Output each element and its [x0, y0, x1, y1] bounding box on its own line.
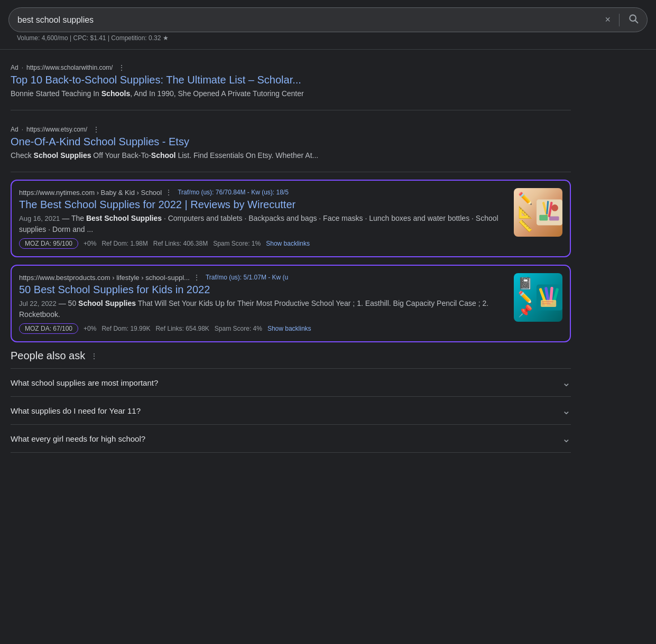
paa-item-2[interactable]: What supplies do I need for Year 11? ⌄: [11, 396, 571, 424]
organic-title-link-2[interactable]: 50 Best School Supplies for Kids in 2022: [19, 284, 506, 296]
ad-result-2: Ad · https://www.etsy.com/ ⋮ One-Of-A-Ki…: [11, 118, 571, 170]
svg-point-6: [551, 204, 558, 211]
search-clear-icon[interactable]: ×: [605, 14, 611, 25]
result-url-1: https://www.nytimes.com › Baby & Kid › S…: [19, 189, 162, 197]
organic-snippet-1: Aug 16, 2021 — The Best School Supplies …: [19, 213, 506, 235]
organic-result-2-text: https://www.bestproducts.com › lifestyle…: [19, 273, 506, 334]
ad-options-icon-2[interactable]: ⋮: [93, 125, 100, 134]
paa-question-2: What supplies do I need for Year 11?: [11, 406, 141, 415]
organic-result-2: https://www.bestproducts.com › lifestyle…: [11, 265, 571, 342]
ref-dom-1: Ref Dom: 1.98M: [101, 240, 147, 247]
result-meta-row-1: MOZ DA: 95/100 +0% Ref Dom: 1.98M Ref Li…: [19, 238, 506, 249]
content-area: Ad · https://www.scholarwithin.com/ ⋮ To…: [0, 52, 581, 457]
ad-url-1[interactable]: https://www.scholarwithin.com/: [26, 64, 113, 71]
divider-2: [11, 172, 571, 172]
organic-result-1: https://www.nytimes.com › Baby & Kid › S…: [11, 180, 571, 257]
svg-line-1: [635, 21, 638, 23]
paa-item-1[interactable]: What school supplies are most important?…: [11, 368, 571, 396]
ad-label-1: Ad: [11, 64, 19, 71]
paa-title: People also ask: [11, 350, 85, 362]
ad-options-icon-1[interactable]: ⋮: [118, 63, 125, 72]
result-thumbnail-2: [514, 273, 562, 322]
ref-links-2: Ref Links: 654.98K: [155, 325, 209, 332]
paa-header: People also ask ⋮: [11, 350, 571, 362]
ad-title-link-2[interactable]: One-Of-A-Kind School Supplies - Etsy: [11, 136, 571, 148]
ad-dot-separator-1: ·: [22, 64, 23, 71]
result-url-row-2: https://www.bestproducts.com › lifestyle…: [19, 273, 506, 282]
paa-question-3: What every girl needs for high school?: [11, 434, 145, 443]
search-bar: ×: [8, 7, 648, 32]
search-bar-container: × Volume: 4,600/mo | CPC: $1.41 | Compet…: [0, 0, 656, 50]
ad-label-row-2: Ad · https://www.etsy.com/ ⋮: [11, 125, 571, 134]
chevron-down-icon-3: ⌄: [562, 432, 571, 445]
chevron-down-icon-2: ⌄: [562, 404, 571, 417]
show-backlinks-1[interactable]: Show backlinks: [266, 240, 310, 247]
ref-dom-2: Ref Dom: 19.99K: [101, 325, 150, 332]
result-url-2: https://www.bestproducts.com › lifestyle…: [19, 274, 190, 282]
chevron-down-icon-1: ⌄: [562, 376, 571, 389]
svg-rect-15: [542, 301, 553, 302]
divider-1: [11, 110, 571, 110]
organic-title-link-1[interactable]: The Best School Supplies for 2022 | Revi…: [19, 199, 506, 211]
result-options-icon-1[interactable]: ⋮: [165, 188, 172, 197]
traf-info-2: Traf/mo (us): 5/1.07M - Kw (u: [206, 274, 288, 281]
paa-options-icon[interactable]: ⋮: [90, 352, 98, 360]
search-meta: Volume: 4,600/mo | CPC: $1.41 | Competit…: [8, 32, 648, 45]
result-url-row-1: https://www.nytimes.com › Baby & Kid › S…: [19, 188, 506, 197]
paa-item-3[interactable]: What every girl needs for high school? ⌄: [11, 424, 571, 453]
spam-score-1: Spam Score: 1%: [213, 240, 261, 247]
ad-dot-separator-2: ·: [22, 126, 23, 133]
people-also-ask-section: People also ask ⋮ What school supplies a…: [11, 350, 571, 453]
ad-snippet-1: Bonnie Started Teaching In Schools, And …: [11, 88, 571, 99]
search-input[interactable]: [17, 15, 605, 25]
show-backlinks-2[interactable]: Show backlinks: [267, 325, 311, 332]
search-divider: [619, 14, 620, 26]
ad-label-row-1: Ad · https://www.scholarwithin.com/ ⋮: [11, 63, 571, 72]
svg-rect-8: [549, 216, 559, 220]
result-options-icon-2[interactable]: ⋮: [193, 273, 200, 282]
change-pct-2: +0%: [84, 325, 96, 332]
moz-da-badge-1: MOZ DA: 95/100: [19, 238, 78, 249]
moz-da-badge-2: MOZ DA: 67/100: [19, 323, 78, 334]
ad-snippet-2: Check School Supplies Off Your Back-To-S…: [11, 150, 571, 161]
spam-score-2: Spam Score: 4%: [215, 325, 262, 332]
ad-url-2[interactable]: https://www.etsy.com/: [26, 126, 87, 133]
result-meta-row-2: MOZ DA: 67/100 +0% Ref Dom: 19.99K Ref L…: [19, 323, 506, 334]
ref-links-1: Ref Links: 406.38M: [153, 240, 208, 247]
ad-title-link-1[interactable]: Top 10 Back-to-School Supplies: The Ulti…: [11, 74, 571, 86]
change-pct-1: +0%: [84, 240, 96, 247]
search-submit-icon[interactable]: [628, 13, 639, 26]
svg-rect-16: [542, 303, 551, 304]
ad-result-1: Ad · https://www.scholarwithin.com/ ⋮ To…: [11, 56, 571, 108]
traf-info-1: Traf/mo (us): 76/70.84M - Kw (us): 18/5: [178, 189, 289, 196]
result-thumbnail-1: [514, 188, 562, 237]
organic-snippet-2: Jul 22, 2022 — 50 School Supplies That W…: [19, 298, 506, 320]
svg-rect-7: [539, 215, 548, 221]
organic-result-1-text: https://www.nytimes.com › Baby & Kid › S…: [19, 188, 506, 249]
paa-question-1: What school supplies are most important?: [11, 378, 158, 387]
ad-label-2: Ad: [11, 126, 19, 133]
